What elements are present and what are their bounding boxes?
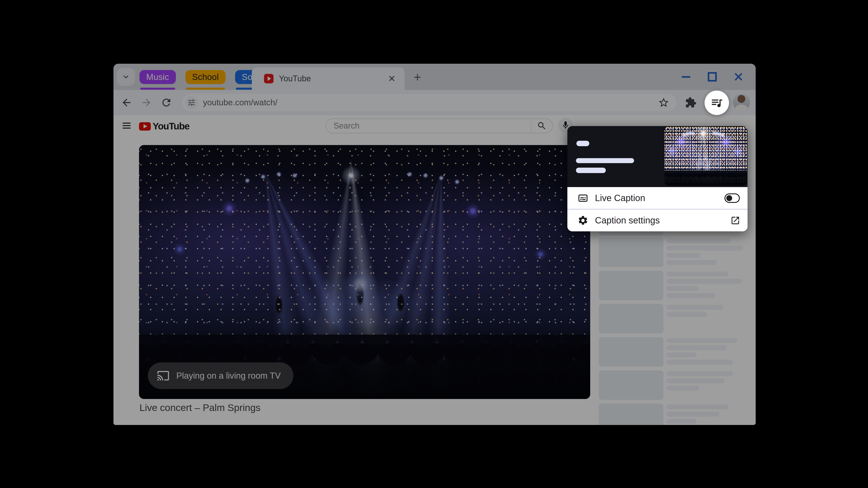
gear-icon	[578, 215, 588, 226]
media-controls-popup: Live Caption Caption settings	[567, 126, 747, 231]
live-caption-row[interactable]: Live Caption	[567, 187, 747, 209]
live-caption-label: Live Caption	[595, 193, 724, 203]
media-thumbnail-crowd	[664, 168, 747, 186]
caption-settings-label: Caption settings	[595, 215, 730, 225]
screenshot-stage: MusicSchoolSocial YouTube ✕ +	[0, 0, 868, 488]
live-caption-toggle[interactable]	[724, 193, 740, 203]
browser-window: MusicSchoolSocial YouTube ✕ +	[114, 64, 756, 425]
toggle-knob	[726, 195, 732, 201]
media-controls-button[interactable]	[705, 91, 729, 115]
dim-overlay	[114, 64, 756, 425]
media-artist-skeleton	[576, 168, 606, 173]
media-title-skeleton	[576, 158, 634, 163]
caption-settings-row[interactable]: Caption settings	[567, 209, 747, 231]
media-source-skeleton	[577, 141, 589, 146]
media-session-panel	[567, 126, 747, 187]
closed-caption-icon	[578, 193, 588, 203]
open-in-new-icon	[730, 216, 740, 225]
media-thumbnail	[664, 127, 747, 186]
queue-music-icon	[710, 96, 723, 109]
